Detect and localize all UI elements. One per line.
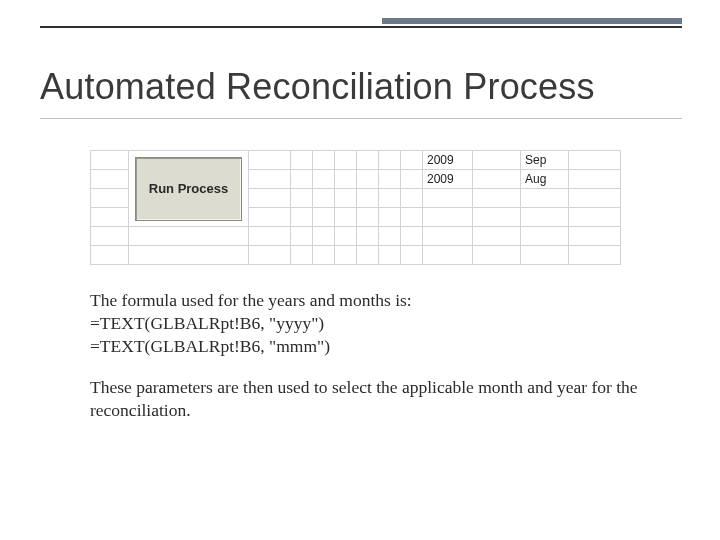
cell-year: 2009 <box>423 151 473 170</box>
sheet-row <box>91 227 621 246</box>
header-rule <box>40 26 682 28</box>
cell-month: Aug <box>521 170 569 189</box>
header-accent-bar <box>382 18 682 24</box>
formula-paragraph: The formula used for the years and month… <box>90 289 650 358</box>
explanation-paragraph: These parameters are then used to select… <box>90 376 650 422</box>
run-process-button[interactable]: Run Process <box>135 157 242 221</box>
slide: Automated Reconciliation Process <box>0 0 720 540</box>
body-text: The formula used for the years and month… <box>90 289 650 422</box>
cell-month: Sep <box>521 151 569 170</box>
text-line: =TEXT(GLBALRpt!B6, "mmm") <box>90 336 330 356</box>
sheet-row: Run Process 2009 Sep <box>91 151 621 170</box>
text-line: The formula used for the years and month… <box>90 290 412 310</box>
cell-year: 2009 <box>423 170 473 189</box>
title-underline <box>40 118 682 119</box>
spreadsheet: Run Process 2009 Sep 2009 Aug <box>90 150 621 265</box>
text-line: =TEXT(GLBALRpt!B6, "yyyy") <box>90 313 324 333</box>
slide-title: Automated Reconciliation Process <box>40 66 595 108</box>
slide-content: Run Process 2009 Sep 2009 Aug <box>90 150 650 440</box>
sheet-row <box>91 246 621 265</box>
